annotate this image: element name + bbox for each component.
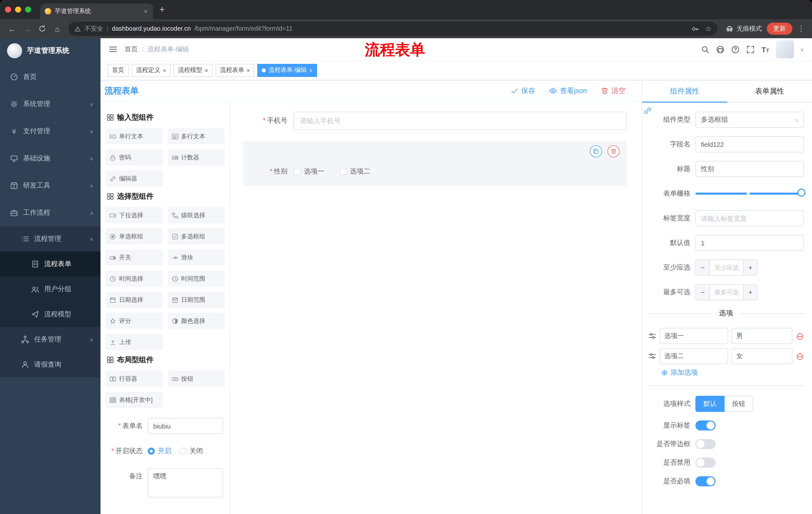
default-value-input[interactable] [695,235,804,251]
sidebar-item-home[interactable]: 首页 [0,63,100,90]
update-button[interactable]: 更新 [767,23,792,35]
tab-close-icon[interactable]: × [143,7,149,15]
sidebar-item-workflow[interactable]: 工作流程 ∧ [0,199,100,226]
palette-item-button[interactable]: 按钮 [168,371,225,387]
palette-item-editor[interactable]: 编辑器 [106,170,163,187]
palette-item-dropdown-select[interactable]: 下拉选择 [106,207,163,223]
palette-item-color-picker[interactable]: 颜色选择 [168,313,225,329]
tag-process-model[interactable]: 流程模型 × [174,64,212,77]
option-drag-icon[interactable] [648,332,656,340]
search-icon[interactable] [701,45,710,54]
option-2-value-input[interactable] [732,348,793,364]
style-default-button[interactable]: 默认 [695,396,725,412]
palette-item-cascader[interactable]: 级联选择 [168,207,225,223]
close-icon[interactable]: × [163,67,166,73]
option-2-label-input[interactable] [660,348,728,364]
field-name-input[interactable] [695,136,804,153]
palette-item-single-line-text[interactable]: 单行文本 [106,128,163,144]
browser-tab[interactable]: 芋道管理系统 × [40,3,153,19]
form-remark-textarea[interactable]: 嘿嘿 [148,468,223,497]
clear-button[interactable]: 清空 [601,86,626,95]
status-off-radio[interactable]: 关闭 [179,443,203,459]
decrease-icon[interactable]: − [696,260,710,275]
copy-component-button[interactable] [590,145,602,157]
status-on-radio[interactable]: 开启 [148,443,171,459]
palette-item-radio-group[interactable]: 单选框组 [106,228,163,244]
doc-link-icon[interactable] [644,107,652,115]
sidebar-item-infrastructure[interactable]: 基础设施 ∨ [0,145,100,172]
option-drag-icon[interactable] [648,352,656,360]
sidebar-item-payment[interactable]: ¥ 支付管理 ∨ [0,118,100,145]
palette-item-switch[interactable]: 开关 [106,249,163,266]
minimize-window-button[interactable] [15,6,21,12]
fullscreen-icon[interactable] [747,45,755,54]
palette-item-table[interactable]: 表格[开发中] [106,392,163,408]
component-type-select[interactable]: 多选框组 ∨ [695,112,804,128]
new-tab-button[interactable]: + [159,4,165,15]
sidebar-item-devtools[interactable]: 研发工具 ∨ [0,172,100,199]
max-select-stepper[interactable]: − 最多可选 + [695,284,758,300]
tab-component-props[interactable]: 组件属性 [642,80,727,102]
view-json-button[interactable]: 查看json [549,86,587,95]
back-icon[interactable]: ← [5,22,19,36]
show-label-switch[interactable] [695,421,716,431]
collapse-sidebar-icon[interactable] [109,45,118,54]
palette-item-rate[interactable]: 评分 [106,313,163,329]
form-field-gender-selected[interactable]: *性别 选项一 选项二 [243,141,627,186]
sidebar-item-task-management[interactable]: 任务管理 ∨ [0,327,100,352]
tag-process-definition[interactable]: 流程定义 × [132,64,171,77]
address-bar[interactable]: 不安全 | dashboard.yudao.iocoder.cn/bpm/man… [68,22,718,36]
option-1-value-input[interactable] [732,328,793,344]
palette-item-time-range[interactable]: 时间范围 [168,271,225,287]
close-window-button[interactable] [5,6,11,12]
palette-item-upload[interactable]: 上传 [106,334,163,350]
palette-item-multi-line-text[interactable]: 多行文本 [168,128,225,144]
decrease-icon[interactable]: − [696,285,710,300]
remove-option-icon[interactable]: ⊖ [796,331,804,341]
home-icon[interactable]: ⌂ [50,22,64,36]
required-switch[interactable] [695,476,716,486]
help-icon[interactable] [731,45,740,54]
form-canvas[interactable]: *手机号 *性别 [230,102,642,514]
grid-slider[interactable] [695,186,804,202]
close-icon[interactable]: × [247,67,250,73]
save-button[interactable]: 保存 [511,86,535,95]
title-input[interactable] [695,161,804,177]
slider-handle[interactable] [798,189,806,197]
reload-icon[interactable] [35,22,49,36]
security-label[interactable]: 不安全 [84,24,103,33]
tab-form-props[interactable]: 表单属性 [727,80,812,102]
sidebar-item-process-form[interactable]: 流程表单 [0,251,100,277]
palette-item-checkbox-group[interactable]: 多选框组 [168,228,225,244]
palette-item-slider[interactable]: 滑块 [168,249,225,266]
disabled-switch[interactable] [695,458,716,468]
breadcrumb-home[interactable]: 首页 [125,45,138,54]
sidebar-item-system[interactable]: 系统管理 ∨ [0,90,100,118]
tag-process-form-edit[interactable]: 流程表单-编辑 × [258,64,317,77]
palette-item-password[interactable]: 密码 [106,150,163,165]
min-select-stepper[interactable]: − 至少应选 + [695,260,758,276]
option-1-label-input[interactable] [660,328,728,344]
sidebar-item-user-group[interactable]: 用户分组 [0,277,100,302]
maximize-window-button[interactable] [25,6,31,12]
forward-icon[interactable]: → [20,22,34,36]
style-button-button[interactable]: 按钮 [725,396,753,412]
form-name-input[interactable] [148,418,223,434]
phone-input[interactable] [293,112,627,130]
border-switch[interactable] [695,439,716,449]
palette-item-time-picker[interactable]: 时间选择 [106,271,163,287]
chevron-down-icon[interactable]: ∨ [800,47,804,52]
avatar[interactable] [776,40,794,58]
browser-menu-icon[interactable]: ⋮ [798,24,805,33]
tag-process-form[interactable]: 流程表单 × [215,64,255,77]
sidebar-item-process-model[interactable]: 流程模型 [0,302,100,327]
form-field-phone[interactable]: *手机号 [243,112,627,130]
github-icon[interactable] [716,45,725,54]
sidebar-item-leave-query[interactable]: 请假查询 [0,352,100,377]
gender-option-1-checkbox[interactable]: 选项一 [293,167,324,176]
sidebar-item-process-management[interactable]: 流程管理 ∧ [0,226,100,251]
close-icon[interactable]: × [205,67,208,73]
font-size-icon[interactable]: TT [761,45,769,54]
add-option-button[interactable]: ⊕ 添加选项 [661,368,804,377]
label-width-input[interactable] [695,210,804,226]
